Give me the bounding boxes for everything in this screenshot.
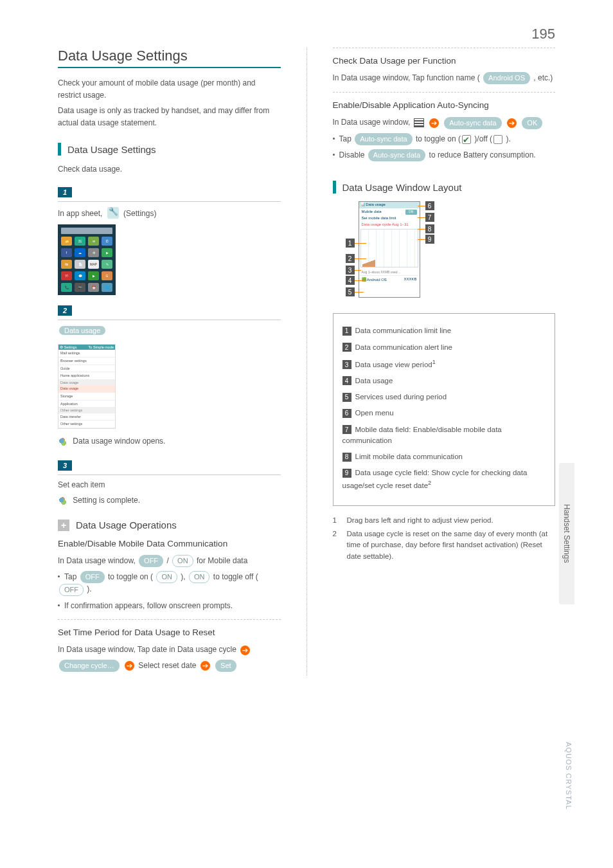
legend-9: Data usage cycle field: Show cycle for c… [342, 469, 528, 489]
legend-1: Data communication limit line [355, 327, 452, 334]
product-name: AQUOS CRYSTAL [565, 742, 573, 810]
legend-5: Services used during period [355, 393, 447, 401]
menu-icon[interactable] [414, 118, 424, 127]
op1-line1: In Data usage window, OFF / ON for Mobil… [58, 555, 281, 567]
dashed-separator [333, 48, 556, 48]
op2-line2: Change cycle… Select reset date Set [58, 660, 281, 672]
subhead-text: Data Usage Operations [76, 520, 177, 530]
op3-heading: Check Data Usage per Function [333, 56, 556, 66]
auto-sync-button[interactable]: Auto-sync data [368, 149, 425, 161]
footnotes: 1Drag bars left and right to adjust view… [333, 515, 556, 562]
subhead-text: Data Usage Settings [67, 144, 156, 155]
arrow-icon [240, 646, 250, 655]
subhead-data-usage-settings: Data Usage Settings [58, 143, 281, 156]
step1-post: (Settings) [123, 209, 156, 218]
legend-8: Limit mobile data communication [355, 453, 463, 460]
off-button[interactable]: OFF [59, 584, 84, 596]
off-button[interactable]: OFF [139, 555, 163, 567]
arrow-icon [125, 661, 134, 671]
intro-p1: Check your amount of mobile data usage (… [58, 77, 281, 101]
op1-bullet1: Tap OFF to toggle on ( ON ), ON to toggl… [58, 571, 281, 596]
op4-line1: In Data usage window, Auto-sync data OK [333, 116, 556, 129]
step-rule [58, 320, 281, 320]
result-icon [58, 496, 67, 505]
step-rule [58, 475, 281, 475]
on-button[interactable]: ON [189, 571, 210, 583]
arrow-icon [429, 118, 439, 128]
side-tab-handset-settings: Handset Settings [559, 463, 574, 604]
op2-heading: Set Time Period for Data Usage to Reset [58, 628, 281, 637]
layout-diagram: 📊 Data usage Mobile data ON Set mobile d… [346, 201, 423, 304]
change-cycle-button[interactable]: Change cycle… [59, 660, 120, 672]
step1-pre: In app sheet, [58, 209, 105, 218]
page-number: 195 [531, 26, 555, 42]
set-button[interactable]: Set [215, 660, 236, 672]
legend-4: Data usage [355, 377, 393, 384]
op1-bullet2: If confirmation appears, follow onscreen… [58, 600, 281, 612]
legend-6: Open menu [355, 409, 394, 417]
step3-result: Setting is complete. [58, 496, 281, 505]
arrow-icon [507, 118, 517, 128]
wrench-icon [107, 207, 119, 219]
step2-result: Data usage window opens. [58, 437, 281, 446]
sub1-desc: Check data usage. [58, 163, 281, 176]
right-column: Check Data Usage per Function In Data us… [333, 48, 556, 676]
intro-p2: Data usage is only as tracked by handset… [58, 105, 281, 129]
checkbox-off-icon [493, 135, 502, 144]
subhead-bar [333, 181, 336, 194]
subhead-window-layout: Data Usage Window Layout [333, 181, 556, 194]
footnote-1: Drag bars left and right to adjust view … [347, 515, 493, 526]
result-icon [58, 437, 67, 446]
step3-body: Set each item [58, 480, 281, 489]
ok-button[interactable]: OK [522, 117, 542, 129]
side-tab-label: Handset Settings [562, 504, 571, 563]
op4-heading: Enable/Disable Application Auto-Syncing [333, 100, 556, 110]
step-badge-2: 2 [58, 305, 72, 316]
title-rule [58, 67, 281, 68]
dashed-separator [58, 619, 281, 620]
checkbox-on-icon [462, 135, 471, 144]
app-sheet-screenshot: 📁31 ✉🗒 f☁ ⚙▶ 🛍📄 MAP✎ Y!💬 ▶G 📞📷 ⏰🌐 [58, 224, 116, 295]
op4-bullet2: Disable Auto-sync data to reduce Battery… [333, 149, 556, 161]
dashed-separator [333, 92, 556, 93]
left-column: Data Usage Settings Check your amount of… [58, 48, 281, 676]
step-rule [58, 201, 281, 202]
off-button[interactable]: OFF [80, 571, 105, 583]
step1-body: In app sheet, (Settings) [58, 207, 281, 218]
android-os-button[interactable]: Android OS [483, 72, 530, 84]
footnote-2: Data usage cycle is reset on the same da… [347, 529, 556, 562]
legend-2: Data communication alert line [355, 343, 453, 351]
auto-sync-button[interactable]: Auto-sync data [444, 117, 501, 129]
op1-heading: Enable/Disable Mobile Data Communication [58, 539, 281, 548]
page-title: Data Usage Settings [58, 48, 281, 64]
on-button[interactable]: ON [172, 555, 193, 567]
layout-legend-box: 1Data communication limit line 2Data com… [333, 313, 556, 505]
op4-bullet1: Tap Auto-sync data to toggle on ( )/off … [333, 133, 556, 145]
auto-sync-button[interactable]: Auto-sync data [355, 133, 412, 145]
subhead-operations: + Data Usage Operations [58, 520, 281, 531]
op3-line1: In Data usage window, Tap function name … [333, 72, 556, 84]
arrow-icon [200, 661, 210, 671]
legend-3: Data usage view period [355, 361, 432, 368]
subhead-bar [58, 143, 61, 156]
plus-icon: + [58, 520, 69, 531]
step2-body: Data usage [58, 325, 281, 335]
settings-screenshot: ⚙ SettingsTo Simple mode Mail settings B… [58, 344, 116, 429]
legend-7: Mobile data field: Enable/disable mobile… [342, 426, 502, 444]
column-divider [306, 48, 307, 676]
subhead-text: Data Usage Window Layout [342, 182, 462, 193]
data-usage-button[interactable]: Data usage [59, 326, 105, 335]
step-badge-1: 1 [58, 187, 72, 197]
step-badge-3: 3 [58, 460, 72, 471]
op2-line1: In Data usage window, Tap date in Data u… [58, 644, 281, 656]
on-button[interactable]: ON [156, 571, 177, 583]
